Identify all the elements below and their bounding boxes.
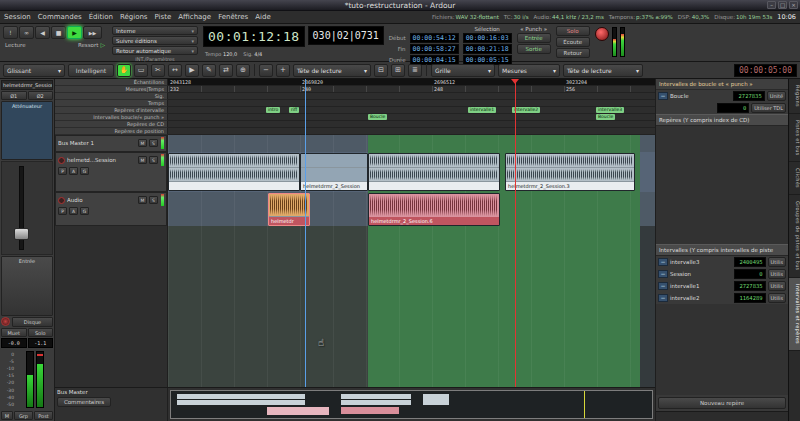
global-record-button[interactable]	[595, 27, 609, 41]
disk-monitor-button[interactable]: Disque	[12, 317, 53, 327]
track-name[interactable]: helmetd...Session	[67, 157, 136, 163]
punch-end-clock[interactable]: 00:00:58:27	[410, 44, 459, 54]
range-marker[interactable]: intro	[266, 107, 280, 113]
fader-handle[interactable]	[14, 228, 29, 240]
stop-button[interactable]: ■	[51, 26, 66, 39]
ruler-cd-markers[interactable]	[168, 121, 655, 128]
track-record-button[interactable]	[58, 157, 65, 164]
audio-region[interactable]: helmetdrmr_2_Session.6	[368, 193, 500, 226]
audition-tool-button[interactable]: ▶	[185, 64, 199, 77]
track-name[interactable]: Bus Master 1	[58, 140, 136, 146]
peak-readout[interactable]: -1.1	[28, 338, 54, 348]
post-button[interactable]: Post	[34, 411, 53, 420]
tab-ranges-marks[interactable]: Intervalles et repères	[789, 278, 800, 351]
track-header-bus-master-bottom[interactable]: Bus Master Commentaires	[55, 388, 168, 421]
sync-source-dropdown[interactable]: Interne▾	[112, 26, 198, 35]
group-button[interactable]: G	[80, 207, 89, 215]
new-marker-button[interactable]: Nouveau repère	[658, 397, 786, 409]
tab-snapshots[interactable]: Clichés	[789, 162, 800, 195]
track-header-bus-master[interactable]: Bus Master 1 M S	[55, 135, 167, 152]
nudge-clock[interactable]: 00:00:05:00	[734, 64, 797, 77]
audio-region[interactable]	[168, 153, 300, 191]
session-summary[interactable]	[170, 390, 653, 419]
zoom-tool-button[interactable]: ⊕	[236, 64, 250, 77]
zoom-focus-dropdown[interactable]: Tête de lecture▾	[293, 64, 371, 77]
zoom-out-button[interactable]: −	[259, 64, 273, 77]
track-solo-button[interactable]: S	[149, 156, 158, 164]
tab-track-groups[interactable]: Groupes de pistes et bus	[789, 195, 800, 278]
phase-1-button[interactable]: Ø1	[1, 91, 27, 100]
metering-point-button[interactable]: M	[1, 411, 13, 420]
track-mute-button[interactable]: M	[138, 139, 147, 147]
fast-forward-button[interactable]: ▶▶	[83, 26, 102, 39]
track-name[interactable]: Bus Master	[57, 389, 165, 395]
group-button[interactable]: Grp	[14, 411, 33, 420]
use-button[interactable]: Utilis	[768, 257, 786, 267]
use-button[interactable]: Utilis	[768, 281, 786, 291]
range-marker[interactable]: riff	[289, 107, 299, 113]
loop-marker[interactable]: Boucle	[368, 114, 387, 120]
stretch-tool-button[interactable]: ↔	[168, 64, 182, 77]
range-icon[interactable]: −	[658, 282, 668, 290]
range-marker[interactable]: intervalle3	[596, 107, 624, 113]
punch-range-value[interactable]: 0	[717, 103, 749, 113]
track-solo-button[interactable]: S	[149, 139, 158, 147]
audio-region[interactable]: helmetdrmr_2_Session.3	[505, 153, 635, 191]
audio-region[interactable]	[368, 153, 500, 191]
range-marker[interactable]: intervalle2	[512, 107, 540, 113]
ruler-tempo[interactable]	[168, 100, 655, 107]
input-button[interactable]: Entrée	[1, 256, 53, 315]
phase-2-button[interactable]: Ø2	[28, 91, 54, 100]
track-solo-button[interactable]: S	[149, 196, 158, 204]
tempo-signature-readout[interactable]: Tempo 120,0 Sig. 4/4	[203, 51, 305, 57]
menu-fenetres[interactable]: Fenêtres	[218, 13, 248, 21]
punch-in-button[interactable]: Entrée	[517, 33, 551, 43]
use-playhead-button[interactable]: Utiliser TDL	[751, 103, 786, 113]
range-icon[interactable]: −	[658, 258, 668, 266]
ruler-sig[interactable]	[168, 93, 655, 100]
ruler-range-markers[interactable]: intro riff intervalle1 intervalle2 inter…	[168, 107, 655, 114]
track-mute-button[interactable]: M	[138, 156, 147, 164]
use-button[interactable]: Utilis	[768, 269, 786, 279]
snap-mode-dropdown[interactable]: Tête de lecture▾	[563, 64, 643, 77]
smart-mode-button[interactable]: Intelligent	[68, 64, 114, 77]
audio-region[interactable]: helmetdrmr_2_Session	[300, 153, 368, 191]
primary-clock[interactable]: 00:01:12:18	[203, 26, 305, 47]
range-tool-button[interactable]: ▭	[134, 64, 148, 77]
gain-readout[interactable]: -0.0	[1, 338, 27, 348]
group-button[interactable]: G	[80, 167, 89, 175]
loop-marker[interactable]: Boucle	[596, 114, 615, 120]
track-record-button[interactable]	[58, 197, 65, 204]
playlist-button[interactable]: P	[58, 207, 67, 215]
follow-edits-dropdown[interactable]: Suivre éditions▾	[112, 36, 198, 45]
track-canvas[interactable]: helmetdrmr_2_Session helmetdrmr_2_Sessio…	[168, 135, 655, 387]
playlist-button[interactable]: P	[58, 167, 67, 175]
automation-button[interactable]: A	[69, 207, 78, 215]
punch-out-button[interactable]: Sortie	[517, 44, 551, 54]
track-mute-button[interactable]: M	[138, 196, 147, 204]
tab-tracks-buses[interactable]: Pistes et bus	[789, 114, 800, 163]
menu-commandes[interactable]: Commandes	[38, 13, 82, 21]
use-button[interactable]: Utilis	[768, 293, 786, 303]
menu-edition[interactable]: Édition	[89, 13, 113, 21]
menu-aide[interactable]: Aide	[255, 13, 270, 21]
expand-tracks-button[interactable]: ⊞	[391, 64, 405, 77]
zoom-in-button[interactable]: +	[276, 64, 290, 77]
midi-panic-button[interactable]: !	[3, 26, 18, 39]
edit-mode-dropdown[interactable]: Glissant▾	[3, 64, 65, 77]
loop-button[interactable]: ∞	[19, 26, 34, 39]
solo-button[interactable]: Solo	[28, 328, 54, 337]
rewind-button[interactable]: ◀	[35, 26, 50, 39]
range-icon[interactable]: −	[658, 270, 668, 278]
record-enable-button[interactable]	[1, 317, 10, 326]
units-button[interactable]: Unité	[767, 91, 786, 101]
mute-button[interactable]: Muet	[1, 328, 27, 337]
grid-unit-dropdown[interactable]: Mesures▾	[498, 64, 560, 77]
automation-button[interactable]: A	[69, 167, 78, 175]
audio-region-selected[interactable]: helmetdr	[268, 193, 310, 226]
menu-session[interactable]: Session	[4, 13, 31, 21]
grid-mode-dropdown[interactable]: Grille▾	[431, 64, 495, 77]
draw-tool-button[interactable]: ✎	[202, 64, 216, 77]
tab-regions[interactable]: Régions	[789, 79, 800, 114]
range-icon[interactable]: −	[658, 294, 668, 302]
